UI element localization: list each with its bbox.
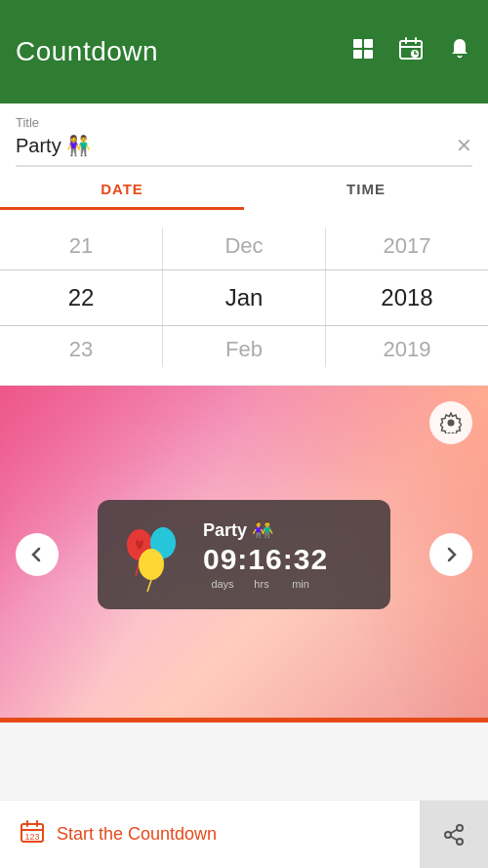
card-emoji	[113, 516, 191, 594]
nav-prev-button[interactable]	[16, 533, 59, 576]
start-button-label: Start the Countdown	[57, 824, 217, 845]
drum-month-0: Dec	[163, 220, 325, 271]
clear-icon[interactable]: ✕	[456, 134, 472, 157]
days-label: days	[203, 578, 242, 590]
calendar-alarm-icon[interactable]	[398, 36, 424, 67]
year-drum[interactable]: 2017 2018 2019	[326, 210, 488, 385]
title-input-row: ✕	[16, 134, 472, 167]
countdown-icon: 123	[20, 819, 45, 850]
gear-button[interactable]	[429, 401, 472, 444]
card-info: Party 👫 09:16:32 days hrs min	[203, 519, 375, 590]
svg-rect-1	[364, 39, 373, 48]
day-drum[interactable]: 21 22 23	[0, 210, 162, 385]
min-label: min	[281, 578, 320, 590]
drum-year-2: 2019	[326, 323, 488, 375]
svg-rect-2	[353, 50, 362, 59]
month-drum[interactable]: Dec Jan Feb	[163, 210, 325, 385]
nav-next-button[interactable]	[429, 533, 472, 576]
svg-rect-3	[364, 50, 373, 59]
svg-point-6	[448, 420, 455, 427]
title-input[interactable]	[16, 135, 456, 157]
title-label: Title	[16, 115, 472, 130]
app-header: Countdown	[0, 0, 488, 103]
app-title: Countdown	[16, 36, 158, 67]
svg-point-14	[457, 839, 463, 845]
start-countdown-button[interactable]: 123 Start the Countdown	[0, 801, 420, 868]
preview-area: Party 👫 09:16:32 days hrs min	[0, 386, 488, 723]
tab-date[interactable]: DATE	[0, 167, 244, 210]
svg-point-13	[445, 832, 451, 838]
share-button[interactable]	[420, 801, 488, 868]
card-event-title: Party 👫	[203, 519, 375, 541]
date-picker[interactable]: 21 22 23 Dec Jan Feb 2017 2018 2019	[0, 210, 488, 386]
bottom-toolbar: 123 Start the Countdown	[0, 800, 488, 868]
grid-icon[interactable]	[351, 37, 375, 66]
drum-day-1: 22	[0, 271, 162, 323]
drum-month-2: Feb	[163, 323, 325, 375]
svg-text:123: 123	[24, 832, 39, 842]
progress-bar	[0, 718, 488, 723]
card-countdown-time: 09:16:32	[203, 545, 375, 574]
card-time-labels: days hrs min	[203, 578, 375, 590]
svg-point-12	[457, 825, 463, 831]
drum-year-0: 2017	[326, 220, 488, 271]
hrs-label: hrs	[242, 578, 281, 590]
bell-icon[interactable]	[447, 36, 472, 67]
svg-point-9	[139, 549, 164, 580]
svg-rect-4	[400, 41, 422, 59]
tab-bar: DATE TIME	[0, 167, 488, 210]
title-section: Title ✕	[0, 103, 488, 167]
drum-month-1: Jan	[163, 271, 325, 323]
countdown-card: Party 👫 09:16:32 days hrs min	[98, 500, 390, 609]
tab-time[interactable]: TIME	[244, 167, 488, 210]
drum-day-0: 21	[0, 220, 162, 271]
header-icons	[351, 36, 472, 67]
drum-day-2: 23	[0, 323, 162, 375]
svg-rect-0	[353, 39, 362, 48]
drum-year-1: 2018	[326, 271, 488, 323]
